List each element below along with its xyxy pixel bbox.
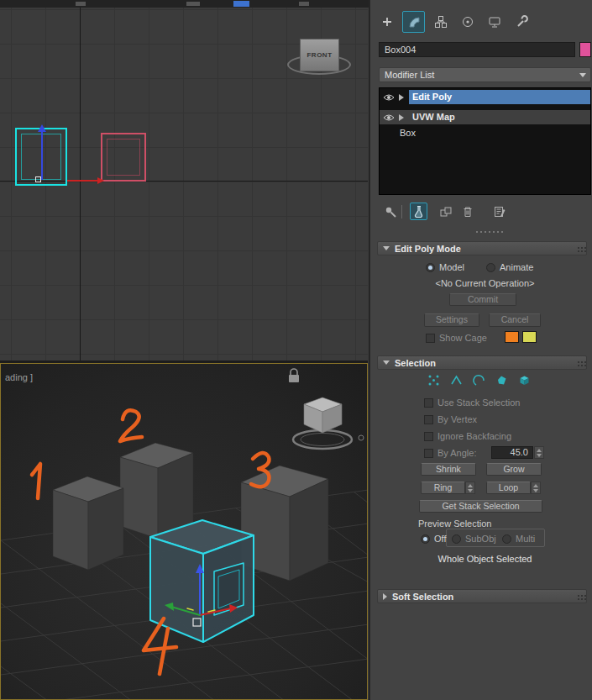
command-panel: Box004 Modifier List Edit Poly UVW Map [369, 0, 592, 700]
tab-modify[interactable] [402, 11, 425, 33]
get-stack-selection-button[interactable]: Get Stack Selection [419, 500, 542, 513]
ring-spinner[interactable] [465, 482, 475, 494]
preview-subobj-radio[interactable]: SubObj [452, 533, 496, 545]
rollout-selection-header[interactable]: Selection [377, 355, 587, 370]
spin-up-icon[interactable] [533, 484, 538, 487]
tab-create[interactable] [375, 11, 398, 33]
viewcube-perspective[interactable] [293, 397, 364, 449]
loop-button[interactable]: Loop [486, 482, 531, 494]
loop-spinner[interactable] [531, 482, 541, 494]
show-end-result-button[interactable] [410, 203, 427, 220]
preview-multi-radio[interactable]: Multi [502, 533, 535, 545]
spin-up-icon[interactable] [468, 484, 473, 487]
gizmo-z-arrow-icon [38, 124, 46, 132]
settings-button[interactable]: Settings [424, 313, 479, 327]
gizmo-z-axis[interactable] [41, 131, 43, 180]
rollout-grip-icon[interactable] [578, 361, 579, 363]
box-1[interactable] [53, 476, 123, 570]
toolbar-active-button[interactable] [233, 1, 249, 7]
hierarchy-icon [434, 15, 448, 29]
configure-modifier-sets-icon[interactable] [493, 205, 506, 220]
viewcube-label: FRONT [306, 51, 332, 59]
stack-item-box[interactable]: Box [380, 126, 590, 140]
cage-color-swatch[interactable] [505, 331, 519, 343]
tab-motion[interactable] [456, 11, 479, 33]
viewport-label[interactable]: ading ] [5, 372, 33, 382]
ring-button[interactable]: Ring [421, 482, 465, 494]
rollout-edit-poly-mode-header[interactable]: Edit Poly Mode [377, 241, 587, 255]
rollout-grip-icon[interactable] [578, 595, 579, 597]
remove-modifier-trash-icon[interactable] [461, 205, 474, 220]
checkbox-icon [426, 334, 435, 343]
box-2[interactable] [120, 443, 193, 539]
toolbar-divider [401, 205, 402, 218]
subobj-label: SubObj [465, 534, 496, 544]
cancel-button[interactable]: Cancel [489, 313, 541, 327]
vertex-icon[interactable] [426, 373, 441, 387]
rollout-expanded-arrow-icon [383, 246, 390, 250]
animate-radio[interactable]: Animate [486, 261, 533, 273]
radio-icon [452, 534, 461, 544]
viewport-perspective[interactable]: ading ] [0, 363, 368, 700]
toolbar-fragment [76, 2, 86, 6]
cage-selected-color-swatch[interactable] [522, 331, 537, 343]
visibility-eye-icon[interactable] [383, 93, 395, 102]
model-label: Model [439, 262, 464, 272]
app-root: FRONT ading ] [0, 0, 592, 700]
make-unique-icon[interactable] [439, 205, 453, 220]
by-angle-spinner[interactable] [534, 446, 544, 459]
world-axis-vertical [80, 8, 81, 361]
checkbox-icon [424, 415, 433, 424]
preview-off-radio[interactable]: Off [421, 533, 446, 545]
visibility-eye-icon[interactable] [383, 113, 395, 122]
orbit-dot-icon [359, 435, 364, 440]
show-cage-checkbox[interactable]: Show Cage [426, 332, 487, 344]
modifier-list-dropdown[interactable]: Modifier List [379, 67, 591, 82]
element-icon[interactable] [516, 373, 532, 387]
object-name-field[interactable]: Box004 [379, 42, 575, 57]
panel-splitter-handle[interactable] [379, 229, 591, 235]
viewcube[interactable]: FRONT [300, 39, 339, 71]
polygon-icon[interactable] [494, 373, 509, 387]
modifier-list-label: Modifier List [385, 70, 434, 80]
model-radio[interactable]: Model [426, 261, 464, 273]
rollout-title: Edit Poly Mode [395, 244, 461, 254]
by-angle-checkbox[interactable]: By Angle: [424, 447, 476, 459]
viewport-front[interactable]: FRONT [0, 8, 368, 361]
tab-utilities[interactable] [510, 11, 532, 33]
rollout-expanded-arrow-icon [383, 361, 390, 365]
expand-arrow-icon[interactable] [399, 114, 404, 121]
tab-hierarchy[interactable] [429, 11, 452, 33]
tab-display[interactable] [483, 11, 506, 33]
off-label: Off [434, 534, 446, 544]
command-panel-tabs [375, 11, 532, 33]
gizmo-x-axis[interactable] [67, 180, 97, 182]
spin-down-icon[interactable] [537, 454, 542, 457]
ignore-backfacing-checkbox[interactable]: Ignore Backfacing [424, 430, 511, 442]
spin-down-icon[interactable] [533, 489, 538, 492]
spin-up-icon[interactable] [537, 449, 542, 452]
grow-button[interactable]: Grow [486, 463, 542, 476]
rollout-grip-icon[interactable] [578, 247, 579, 249]
use-stack-selection-checkbox[interactable]: Use Stack Selection [424, 397, 520, 408]
expand-arrow-icon[interactable] [399, 94, 404, 101]
by-angle-value-field[interactable]: 45.0 [491, 446, 533, 459]
box-4-selected[interactable] [150, 520, 254, 642]
shrink-button[interactable]: Shrink [421, 463, 476, 476]
rollout-title: Soft Selection [392, 592, 453, 602]
border-icon[interactable] [471, 373, 486, 387]
object-color-swatch[interactable] [579, 42, 591, 57]
stack-item-edit-poly[interactable]: Edit Poly [380, 90, 590, 104]
rollout-soft-selection-header[interactable]: Soft Selection [377, 589, 587, 603]
box-wireframe[interactable] [101, 133, 146, 182]
gizmo-x-arrow-icon [97, 177, 104, 184]
by-vertex-checkbox[interactable]: By Vertex [424, 413, 477, 425]
stack-item-uvw-map[interactable]: UVW Map [380, 110, 590, 124]
rollout-collapsed-arrow-icon [383, 593, 387, 600]
scene-canvas[interactable] [1, 364, 368, 700]
edge-icon[interactable] [448, 373, 464, 387]
spin-down-icon[interactable] [468, 489, 473, 492]
annotation-number-1 [32, 464, 40, 498]
pin-stack-icon[interactable] [384, 205, 397, 220]
commit-button[interactable]: Commit [449, 293, 516, 306]
